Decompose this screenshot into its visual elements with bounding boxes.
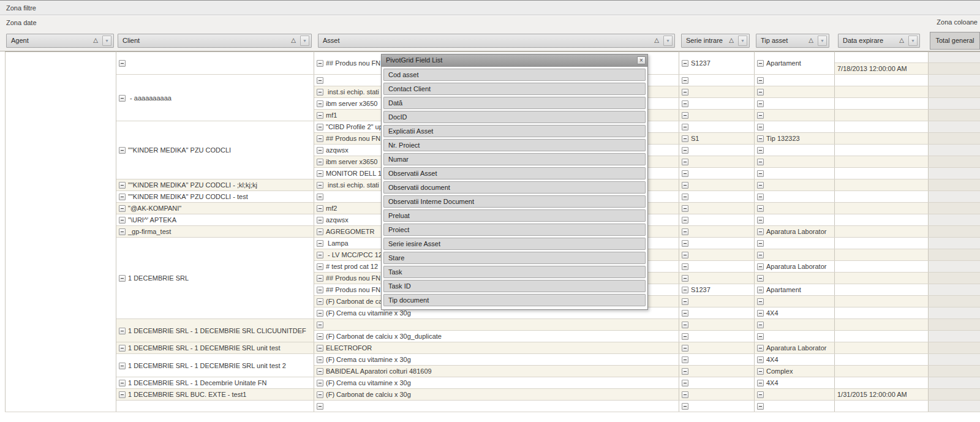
collapse-icon[interactable]: [317, 240, 323, 247]
field-header-data-expirare[interactable]: Data expirare△▼: [838, 34, 920, 48]
collapse-icon[interactable]: [317, 275, 323, 282]
collapse-icon[interactable]: [682, 228, 688, 235]
collapse-icon[interactable]: [317, 60, 323, 67]
collapse-icon[interactable]: [757, 112, 764, 119]
field-header-tip-asset[interactable]: Tip asset△▼: [756, 34, 829, 48]
field-list-item[interactable]: Proiect: [383, 224, 646, 236]
filter-zone[interactable]: Zona filtre: [0, 0, 980, 15]
collapse-icon[interactable]: [757, 345, 764, 352]
collapse-icon[interactable]: [757, 240, 764, 247]
collapse-icon[interactable]: [119, 95, 126, 102]
field-header-asset[interactable]: Asset△▼: [318, 34, 675, 48]
collapse-icon[interactable]: [317, 112, 323, 119]
collapse-icon[interactable]: [317, 159, 323, 165]
field-list-item[interactable]: Task ID: [383, 280, 646, 292]
collapse-icon[interactable]: [119, 182, 126, 189]
field-list-item[interactable]: Contact Client: [383, 83, 646, 95]
collapse-icon[interactable]: [317, 252, 323, 258]
field-list-item[interactable]: Serie iesire Asset: [383, 238, 646, 250]
collapse-icon[interactable]: [682, 182, 688, 189]
collapse-icon[interactable]: [119, 275, 126, 282]
filter-dropdown-icon[interactable]: ▼: [818, 36, 827, 46]
collapse-icon[interactable]: [317, 205, 323, 212]
collapse-icon[interactable]: [757, 77, 764, 84]
collapse-icon[interactable]: [682, 194, 688, 200]
collapse-icon[interactable]: [317, 124, 323, 130]
collapse-icon[interactable]: [317, 322, 323, 328]
collapse-icon[interactable]: [757, 380, 764, 386]
collapse-icon[interactable]: [119, 194, 126, 200]
field-list-item[interactable]: Tip document: [383, 294, 646, 306]
field-list-item[interactable]: Stare: [383, 252, 646, 264]
collapse-icon[interactable]: [119, 217, 126, 224]
filter-dropdown-icon[interactable]: ▼: [102, 36, 111, 46]
filter-dropdown-icon[interactable]: ▼: [908, 36, 918, 46]
field-list-item[interactable]: Observatii document: [383, 181, 646, 194]
field-list-dialog-titlebar[interactable]: PivotGrid Field List ×: [382, 55, 647, 67]
collapse-icon[interactable]: [317, 263, 323, 270]
collapse-icon[interactable]: [682, 275, 688, 282]
collapse-icon[interactable]: [317, 194, 323, 200]
collapse-icon[interactable]: [317, 147, 323, 154]
collapse-icon[interactable]: [317, 77, 323, 84]
field-list-item[interactable]: Task: [383, 266, 646, 278]
field-list-item[interactable]: Observatii Interne Document: [383, 195, 646, 208]
collapse-icon[interactable]: [757, 356, 764, 363]
collapse-icon[interactable]: [119, 345, 126, 352]
collapse-icon[interactable]: [317, 310, 323, 317]
collapse-icon[interactable]: [757, 182, 764, 189]
collapse-icon[interactable]: [317, 287, 323, 293]
collapse-icon[interactable]: [757, 60, 764, 67]
collapse-icon[interactable]: [317, 356, 323, 363]
collapse-icon[interactable]: [682, 159, 688, 165]
collapse-icon[interactable]: [119, 380, 126, 386]
collapse-icon[interactable]: [119, 328, 126, 334]
collapse-icon[interactable]: [682, 368, 688, 375]
collapse-icon[interactable]: [682, 170, 688, 177]
collapse-icon[interactable]: [682, 240, 688, 247]
collapse-icon[interactable]: [119, 228, 126, 235]
field-list-item[interactable]: Explicatii Asset: [383, 125, 646, 137]
collapse-icon[interactable]: [682, 252, 688, 258]
field-header-agent[interactable]: Agent△▼: [6, 34, 114, 48]
collapse-icon[interactable]: [317, 391, 323, 398]
collapse-icon[interactable]: [682, 298, 688, 305]
collapse-icon[interactable]: [757, 100, 764, 107]
collapse-icon[interactable]: [317, 217, 323, 224]
collapse-icon[interactable]: [682, 112, 688, 119]
collapse-icon[interactable]: [757, 194, 764, 200]
close-icon[interactable]: ×: [637, 56, 646, 64]
collapse-icon[interactable]: [682, 124, 688, 130]
collapse-icon[interactable]: [317, 228, 323, 235]
collapse-icon[interactable]: [757, 205, 764, 212]
collapse-icon[interactable]: [682, 263, 688, 270]
collapse-icon[interactable]: [757, 170, 764, 177]
collapse-icon[interactable]: [317, 182, 323, 189]
collapse-icon[interactable]: [682, 391, 688, 398]
collapse-icon[interactable]: [682, 310, 688, 317]
collapse-icon[interactable]: [119, 205, 126, 212]
collapse-icon[interactable]: [682, 147, 688, 154]
collapse-icon[interactable]: [757, 263, 764, 270]
collapse-icon[interactable]: [682, 356, 688, 363]
collapse-icon[interactable]: [757, 147, 764, 154]
collapse-icon[interactable]: [119, 391, 126, 398]
collapse-icon[interactable]: [682, 77, 688, 84]
field-list-item[interactable]: Observatii Asset: [383, 167, 646, 179]
collapse-icon[interactable]: [757, 135, 764, 142]
collapse-icon[interactable]: [682, 60, 688, 67]
collapse-icon[interactable]: [757, 275, 764, 282]
field-header-client[interactable]: Client△▼: [118, 34, 312, 48]
field-list-item[interactable]: Dată: [383, 97, 646, 109]
collapse-icon[interactable]: [757, 368, 764, 375]
collapse-icon[interactable]: [317, 100, 323, 107]
field-list-item[interactable]: DocID: [383, 111, 646, 123]
collapse-icon[interactable]: [757, 333, 764, 340]
collapse-icon[interactable]: [682, 287, 688, 293]
collapse-icon[interactable]: [757, 391, 764, 398]
collapse-icon[interactable]: [757, 217, 764, 224]
collapse-icon[interactable]: [682, 205, 688, 212]
grand-total-column-header[interactable]: Total general: [930, 32, 980, 50]
collapse-icon[interactable]: [757, 124, 764, 130]
collapse-icon[interactable]: [682, 135, 688, 142]
